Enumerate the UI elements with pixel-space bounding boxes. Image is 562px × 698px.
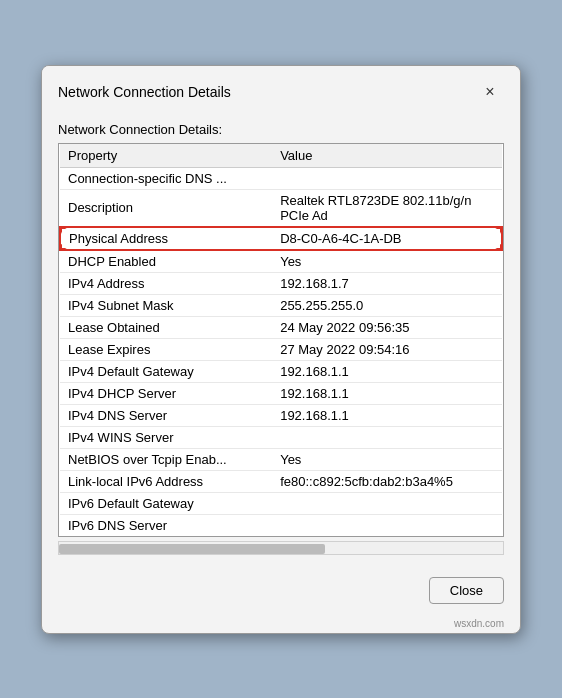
- value-cell: 192.168.1.7: [272, 272, 502, 294]
- dialog-body: Network Connection Details: Property Val…: [42, 114, 520, 567]
- details-table-container: Property Value Connection-specific DNS .…: [58, 143, 504, 537]
- table-row: Lease Expires27 May 2022 09:54:16: [60, 338, 502, 360]
- table-row: IPv4 Address192.168.1.7: [60, 272, 502, 294]
- table-row: IPv4 DNS Server192.168.1.1: [60, 404, 502, 426]
- dialog-title: Network Connection Details: [58, 84, 231, 100]
- property-column-header: Property: [60, 144, 272, 168]
- value-cell: Yes: [272, 250, 502, 273]
- table-row: DescriptionRealtek RTL8723DE 802.11b/g/n…: [60, 189, 502, 227]
- table-row: Lease Obtained24 May 2022 09:56:35: [60, 316, 502, 338]
- table-body: Connection-specific DNS ...DescriptionRe…: [60, 167, 502, 536]
- table-row: DHCP EnabledYes: [60, 250, 502, 273]
- title-bar: Network Connection Details ×: [42, 66, 520, 114]
- value-cell: 27 May 2022 09:54:16: [272, 338, 502, 360]
- table-row: IPv6 DNS Server: [60, 514, 502, 536]
- title-bar-close-button[interactable]: ×: [476, 78, 504, 106]
- table-row: Physical AddressD8-C0-A6-4C-1A-DB: [60, 227, 502, 250]
- table-row: Connection-specific DNS ...: [60, 167, 502, 189]
- property-cell: NetBIOS over Tcpip Enab...: [60, 448, 272, 470]
- property-cell: Description: [60, 189, 272, 227]
- network-connection-details-dialog: Network Connection Details × Network Con…: [41, 65, 521, 634]
- value-column-header: Value: [272, 144, 502, 168]
- value-cell: [272, 514, 502, 536]
- property-cell: IPv6 DNS Server: [60, 514, 272, 536]
- scrollbar-thumb: [59, 544, 325, 554]
- table-row: IPv4 Subnet Mask255.255.255.0: [60, 294, 502, 316]
- value-cell: 192.168.1.1: [272, 360, 502, 382]
- property-cell: Lease Expires: [60, 338, 272, 360]
- property-cell: IPv4 Default Gateway: [60, 360, 272, 382]
- property-cell: Lease Obtained: [60, 316, 272, 338]
- property-cell: Connection-specific DNS ...: [60, 167, 272, 189]
- property-cell: Link-local IPv6 Address: [60, 470, 272, 492]
- value-cell: 255.255.255.0: [272, 294, 502, 316]
- property-cell: Physical Address: [60, 227, 272, 250]
- value-cell: 24 May 2022 09:56:35: [272, 316, 502, 338]
- table-row: NetBIOS over Tcpip Enab...Yes: [60, 448, 502, 470]
- close-dialog-button[interactable]: Close: [429, 577, 504, 604]
- section-label: Network Connection Details:: [58, 122, 504, 137]
- table-header: Property Value: [60, 144, 502, 168]
- value-cell: [272, 426, 502, 448]
- value-cell: D8-C0-A6-4C-1A-DB: [272, 227, 502, 250]
- horizontal-scrollbar[interactable]: [58, 541, 504, 555]
- dialog-footer: Close: [42, 567, 520, 618]
- table-row: Link-local IPv6 Addressfe80::c892:5cfb:d…: [60, 470, 502, 492]
- value-cell: 192.168.1.1: [272, 404, 502, 426]
- table-header-row: Property Value: [60, 144, 502, 168]
- property-cell: IPv4 Address: [60, 272, 272, 294]
- property-cell: IPv4 DNS Server: [60, 404, 272, 426]
- value-cell: 192.168.1.1: [272, 382, 502, 404]
- table-row: IPv4 WINS Server: [60, 426, 502, 448]
- watermark: wsxdn.com: [42, 618, 520, 633]
- property-cell: IPv4 WINS Server: [60, 426, 272, 448]
- value-cell: Realtek RTL8723DE 802.11b/g/n PCIe Ad: [272, 189, 502, 227]
- table-row: IPv6 Default Gateway: [60, 492, 502, 514]
- property-cell: IPv4 DHCP Server: [60, 382, 272, 404]
- value-cell: fe80::c892:5cfb:dab2:b3a4%5: [272, 470, 502, 492]
- property-cell: DHCP Enabled: [60, 250, 272, 273]
- details-table: Property Value Connection-specific DNS .…: [59, 144, 503, 536]
- property-cell: IPv4 Subnet Mask: [60, 294, 272, 316]
- table-row: IPv4 Default Gateway192.168.1.1: [60, 360, 502, 382]
- table-row: IPv4 DHCP Server192.168.1.1: [60, 382, 502, 404]
- value-cell: Yes: [272, 448, 502, 470]
- value-cell: [272, 492, 502, 514]
- property-cell: IPv6 Default Gateway: [60, 492, 272, 514]
- value-cell: [272, 167, 502, 189]
